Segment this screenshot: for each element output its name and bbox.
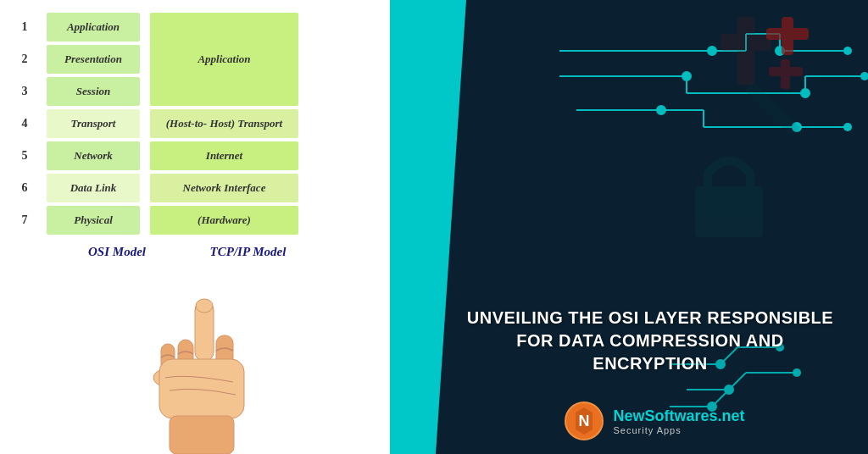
heading-line2: FOR DATA COMPRESSION AND (458, 329, 843, 352)
tcp-hardware: (Hardware) (150, 206, 298, 235)
osi-num-4: 4 (13, 109, 36, 138)
svg-rect-52 (766, 28, 809, 40)
tcp-model-label: TCP/IP Model (174, 245, 322, 259)
osi-layers-column: Application Presentation Session Transpo… (47, 13, 140, 235)
tcp-transport: (Host-to- Host) Transport (150, 109, 298, 138)
heading-line1: UNVEILING THE OSI LAYER RESPONSIBLE (458, 307, 843, 329)
hand-pointing-image (119, 285, 288, 454)
tcp-internet: Internet (150, 141, 298, 170)
svg-text:N: N (579, 412, 590, 429)
osi-num-1: 1 (13, 13, 36, 42)
heading-line3: ENCRYPTION (458, 352, 843, 375)
osi-layer-physical: Physical (47, 206, 140, 235)
osi-layer-application: Application (47, 13, 140, 42)
left-panel: 1 2 3 4 5 6 7 Application Presentation S… (0, 0, 390, 454)
osi-num-5: 5 (13, 141, 36, 170)
svg-rect-6 (159, 359, 244, 418)
osi-model-label: OSI Model (70, 245, 164, 259)
hand-svg (136, 293, 271, 454)
right-panel: UNVEILING THE OSI LAYER RESPONSIBLE FOR … (390, 0, 868, 454)
osi-num-7: 7 (13, 206, 36, 235)
svg-rect-7 (170, 416, 234, 454)
osi-layer-presentation: Presentation (47, 45, 140, 74)
brand-logo: N (564, 401, 604, 441)
brand-area: N NewSoftwares.net Security Apps (390, 392, 868, 454)
osi-layer-network: Network (47, 141, 140, 170)
osi-layer-session: Session (47, 77, 140, 106)
osi-layer-datalink: Data Link (47, 174, 140, 202)
brand-subtitle: Security Apps (613, 425, 744, 435)
osi-numbers-column: 1 2 3 4 5 6 7 (13, 13, 36, 235)
cross-icons-svg (758, 13, 826, 97)
model-labels-row: OSI Model TCP/IP Model (13, 245, 377, 259)
brand-name: NewSoftwares.net (613, 407, 744, 425)
osi-tcp-table: 1 2 3 4 5 6 7 Application Presentation S… (13, 13, 377, 235)
osi-layer-transport: Transport (47, 109, 140, 138)
osi-num-3: 3 (13, 77, 36, 106)
tcp-network-interface: Network Interface (150, 174, 298, 202)
svg-point-1 (196, 299, 213, 313)
svg-rect-54 (769, 67, 803, 76)
main-heading-area: UNVEILING THE OSI LAYER RESPONSIBLE FOR … (390, 290, 868, 392)
tcp-layers-column: Application (Host-to- Host) Transport In… (150, 13, 298, 235)
osi-num-6: 6 (13, 174, 36, 202)
osi-num-2: 2 (13, 45, 36, 74)
brand-text: NewSoftwares.net Security Apps (613, 407, 744, 435)
tcp-application: Application (150, 13, 298, 106)
top-cross-icons (758, 13, 826, 101)
